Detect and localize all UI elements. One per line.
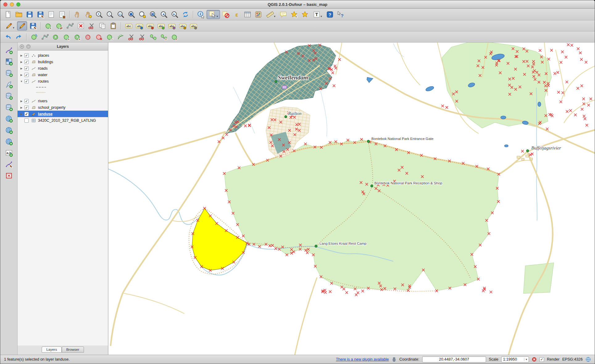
add-feature-button[interactable]: + [43,21,53,31]
scale-combo[interactable]: 1:19950 ▾ [501,356,529,362]
layer-visibility-checkbox[interactable]: ✓ [24,112,29,116]
add-spatialite-layer-button[interactable] [3,80,15,89]
plugin-link[interactable]: There is a new plugin available [336,357,389,362]
undo-button[interactable] [3,32,13,42]
help-contents-button[interactable]: ? [325,10,335,19]
add-postgis-layer-button[interactable] [3,68,15,78]
layer-item-3420C_2010_327_RGB_LATLNG[interactable]: 3420C_2010_327_RGB_LATLNG [18,117,108,124]
new-bookmark-button[interactable]: + [289,10,299,19]
layer-item-water[interactable]: ▶✓water [18,72,108,78]
select-by-expression-button[interactable]: ε [231,10,242,19]
layer-item-school_property[interactable]: ▶✓school_property [18,104,108,111]
pan-map-button[interactable] [72,10,82,19]
show-hidden-labels-button[interactable]: abc [188,21,198,31]
layer-item-routes[interactable]: ▼✓routes [18,78,108,84]
whats-this-button[interactable]: ? [335,10,346,19]
coordinate-input[interactable]: 20.4487,-34.0607 [422,356,486,362]
add-wms-layer-button[interactable] [3,114,15,123]
expand-arrow-icon[interactable]: ▼ [19,80,24,83]
add-mssql-layer-button[interactable] [3,91,15,100]
change-label-button[interactable]: abc [177,21,188,31]
save-project-button[interactable] [24,10,35,19]
paste-features-button[interactable] [108,21,118,31]
layer-style-swatch[interactable] [18,84,108,90]
add-oracle-layer-button[interactable] [3,103,15,112]
move-feature-button[interactable]: ⇄ [54,21,64,31]
expand-arrow-icon[interactable]: ▶ [19,60,24,63]
stop-render-button[interactable] [532,357,537,362]
layer-item-rivers[interactable]: ▶✓rivers [18,98,108,104]
tab-browser[interactable]: Browser [62,346,84,353]
offset-curve-button[interactable] [115,32,126,42]
layer-visibility-checkbox[interactable] [24,118,29,123]
zoom-last-button[interactable]: ◂ [159,10,169,19]
open-project-button[interactable] [14,10,24,19]
add-wfs-layer-button[interactable] [3,137,15,146]
expand-arrow-icon[interactable]: ▶ [19,73,24,76]
text-annotation-button[interactable]: T▾ [310,10,324,19]
layer-visibility-checkbox[interactable]: ✓ [24,53,29,58]
zoom-to-selection-button[interactable] [137,10,147,19]
node-tool-button[interactable] [65,21,75,31]
save-project-as-button[interactable]: ✎ [35,10,45,19]
merge-features-button[interactable] [148,32,158,42]
pan-to-selection-button[interactable] [83,10,93,19]
current-edits-button[interactable]: ▾ [3,21,16,31]
delete-part-button[interactable] [94,32,104,42]
expand-arrow-icon[interactable]: ▶ [19,106,24,109]
layer-visibility-checkbox[interactable]: ✓ [24,73,29,77]
copy-features-button[interactable] [97,21,107,31]
zoom-to-layer-button[interactable]: ▤ [148,10,158,19]
zoom-in-button[interactable]: + [94,10,104,19]
zoom-full-button[interactable]: ▣ [126,10,136,19]
save-layer-edits-button[interactable]: ✎ [28,21,38,31]
delete-ring-button[interactable] [83,32,93,42]
expand-arrow-icon[interactable]: ▶ [19,100,24,103]
rotate-feature-button[interactable] [29,32,39,42]
layer-visibility-checkbox[interactable]: ✓ [24,105,29,110]
add-part-button[interactable]: + [61,32,72,42]
tab-layers[interactable]: Layers [42,346,62,353]
open-attribute-table-button[interactable] [242,10,252,19]
layer-item-buildings[interactable]: ▶✓buildings [18,59,108,65]
labeling-options-button[interactable]: abc [123,21,134,31]
expand-arrow-icon[interactable]: ▶ [19,112,24,116]
layer-style-swatch[interactable] [18,90,108,95]
merge-attributes-button[interactable]: = [159,32,169,42]
plugin-icon[interactable] [392,357,397,362]
minimize-button[interactable] [10,2,14,6]
split-features-button[interactable] [126,32,136,42]
highlight-pinned-labels-button[interactable]: abc [145,21,155,31]
zoom-native-button[interactable]: 1:1 [115,10,126,19]
measure-button[interactable]: ▾ [264,10,277,19]
layer-item-places[interactable]: ▶✓places [18,52,108,59]
rotate-label-button[interactable]: abc [167,21,177,31]
add-ring-button[interactable] [51,32,61,42]
new-print-composer-button[interactable] [46,10,56,19]
redo-button[interactable] [14,32,24,42]
layer-visibility-checkbox[interactable]: ✓ [24,99,29,103]
maximize-button[interactable] [16,2,20,6]
layer-visibility-checkbox[interactable]: ✓ [24,79,29,84]
map-canvas[interactable]: Swellendam Railton Buffeljagsrivier Bont… [108,43,595,355]
fill-ring-button[interactable]: + [72,32,82,42]
crs-button[interactable] [585,357,591,362]
field-calculator-button[interactable] [253,10,263,19]
expand-arrow-icon[interactable]: ▶ [19,67,24,70]
split-parts-button[interactable] [137,32,147,42]
layer-visibility-checkbox[interactable]: ✓ [24,66,29,71]
add-raster-layer-button[interactable] [3,57,15,66]
reshape-features-button[interactable]: ~ [105,32,115,42]
show-bookmarks-button[interactable] [300,10,310,19]
layer-item-roads[interactable]: ▶✓roads [18,65,108,72]
layer-visibility-checkbox[interactable]: ✓ [24,60,29,64]
map-tips-button[interactable] [278,10,288,19]
layer-item-landuse[interactable]: ▶✓landuse [18,111,108,117]
move-label-button[interactable]: abc [156,21,166,31]
cut-features-button[interactable] [86,21,97,31]
render-checkbox[interactable]: ✓ [539,357,544,362]
composer-manager-button[interactable]: ▣ [57,10,67,19]
zoom-out-button[interactable]: − [105,10,115,19]
identify-features-button[interactable]: i [196,10,206,19]
deselect-features-button[interactable] [221,10,231,19]
